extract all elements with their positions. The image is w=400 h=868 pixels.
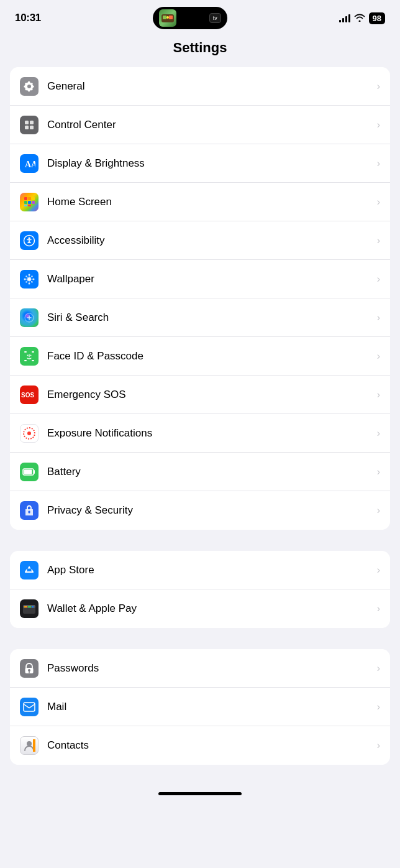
mail-chevron: ›	[377, 701, 380, 713]
signal-bars	[339, 14, 350, 22]
display-brightness-icon: AA	[20, 154, 39, 173]
appletv-icon: tv	[209, 13, 221, 23]
game-icon	[159, 9, 176, 27]
settings-group-2: App Store › Wallet & Apple Pay ›	[10, 551, 390, 628]
svg-rect-36	[24, 360, 27, 361]
svg-rect-48	[28, 606, 31, 607]
battery-indicator: 98	[369, 12, 385, 24]
status-time: 10:31	[15, 12, 41, 24]
signal-bar-1	[339, 20, 341, 22]
svg-point-4	[27, 85, 31, 88]
display-brightness-chevron: ›	[377, 158, 380, 169]
app-store-icon	[20, 561, 39, 579]
exposure-icon-inner	[23, 427, 35, 440]
page-title: Settings	[0, 34, 400, 67]
svg-point-39	[30, 354, 32, 356]
svg-point-38	[27, 354, 29, 356]
row-face-id[interactable]: Face ID & Passcode ›	[10, 337, 390, 376]
svg-rect-6	[30, 121, 34, 124]
exposure-label: Exposure Notifications	[47, 427, 377, 440]
signal-bar-4	[348, 14, 350, 22]
row-control-center[interactable]: Control Center ›	[10, 106, 390, 144]
contacts-icon	[20, 736, 39, 755]
row-general[interactable]: General ›	[10, 67, 390, 106]
signal-bar-2	[342, 18, 344, 22]
row-privacy[interactable]: Privacy & Security ›	[10, 491, 390, 530]
row-accessibility[interactable]: Accessibility ›	[10, 221, 390, 260]
wallet-label: Wallet & Apple Pay	[47, 603, 377, 615]
wallpaper-icon	[20, 270, 39, 289]
wallpaper-label: Wallpaper	[47, 273, 377, 285]
exposure-icon	[20, 424, 39, 443]
app-store-chevron: ›	[377, 565, 380, 576]
row-wallet[interactable]: Wallet & Apple Pay ›	[10, 589, 390, 628]
siri-icon	[20, 308, 39, 327]
status-bar: 10:31 tv 98	[0, 0, 400, 34]
battery-chevron: ›	[377, 466, 380, 478]
general-icon	[20, 77, 39, 96]
row-contacts[interactable]: Contacts ›	[10, 726, 390, 765]
exposure-chevron: ›	[377, 428, 380, 439]
svg-rect-14	[28, 201, 31, 204]
signal-bar-3	[345, 16, 347, 22]
svg-rect-5	[25, 121, 29, 124]
row-mail[interactable]: Mail ›	[10, 688, 390, 726]
siri-search-chevron: ›	[377, 312, 380, 323]
svg-rect-49	[32, 606, 34, 607]
svg-rect-47	[24, 606, 27, 607]
svg-rect-8	[30, 126, 34, 129]
svg-rect-34	[24, 351, 27, 353]
control-center-chevron: ›	[377, 119, 380, 131]
row-passwords[interactable]: Passwords ›	[10, 649, 390, 688]
svg-point-54	[27, 741, 32, 746]
row-battery[interactable]: Battery ›	[10, 453, 390, 491]
home-screen-label: Home Screen	[47, 196, 377, 208]
svg-rect-37	[32, 360, 34, 361]
svg-point-3	[166, 16, 169, 19]
svg-rect-7	[25, 126, 29, 129]
passwords-icon	[20, 659, 39, 678]
row-wallpaper[interactable]: Wallpaper ›	[10, 260, 390, 298]
svg-rect-1	[163, 16, 166, 19]
control-center-icon	[20, 116, 39, 134]
wifi-icon	[354, 13, 365, 24]
emergency-sos-icon: SOS	[20, 386, 39, 404]
general-label: General	[47, 80, 377, 93]
privacy-icon	[20, 501, 39, 520]
svg-rect-12	[32, 197, 35, 200]
face-id-label: Face ID & Passcode	[47, 350, 377, 362]
svg-rect-11	[28, 197, 31, 200]
battery-level: 98	[373, 14, 381, 23]
home-bar	[158, 792, 242, 795]
row-emergency-sos[interactable]: SOS Emergency SOS ›	[10, 376, 390, 414]
row-display-brightness[interactable]: AA Display & Brightness ›	[10, 144, 390, 183]
svg-rect-16	[24, 205, 27, 206]
settings-group-1: General › Control Center › AA Display & …	[10, 67, 390, 530]
svg-rect-44	[29, 511, 30, 514]
row-siri-search[interactable]: Siri & Search ›	[10, 298, 390, 337]
face-id-chevron: ›	[377, 351, 380, 362]
row-app-store[interactable]: App Store ›	[10, 551, 390, 589]
svg-rect-17	[28, 205, 31, 206]
home-indicator-area	[0, 786, 400, 805]
general-chevron: ›	[377, 81, 380, 92]
svg-rect-13	[24, 201, 27, 204]
accessibility-icon	[20, 231, 39, 250]
row-home-screen[interactable]: Home Screen ›	[10, 183, 390, 221]
svg-rect-53	[24, 703, 35, 711]
emergency-sos-chevron: ›	[377, 389, 380, 400]
wallet-icon	[20, 599, 39, 618]
battery-icon	[20, 463, 39, 481]
face-id-icon	[20, 347, 39, 366]
control-center-label: Control Center	[47, 119, 377, 131]
svg-point-19	[29, 237, 30, 239]
svg-rect-35	[32, 351, 34, 353]
row-exposure[interactable]: Exposure Notifications ›	[10, 414, 390, 453]
mail-icon	[20, 698, 39, 716]
emergency-sos-label: Emergency SOS	[47, 389, 377, 401]
svg-rect-56	[33, 739, 35, 742]
privacy-chevron: ›	[377, 505, 380, 516]
accessibility-label: Accessibility	[47, 234, 377, 247]
dynamic-island: tv	[153, 7, 227, 29]
svg-rect-2	[169, 16, 173, 19]
